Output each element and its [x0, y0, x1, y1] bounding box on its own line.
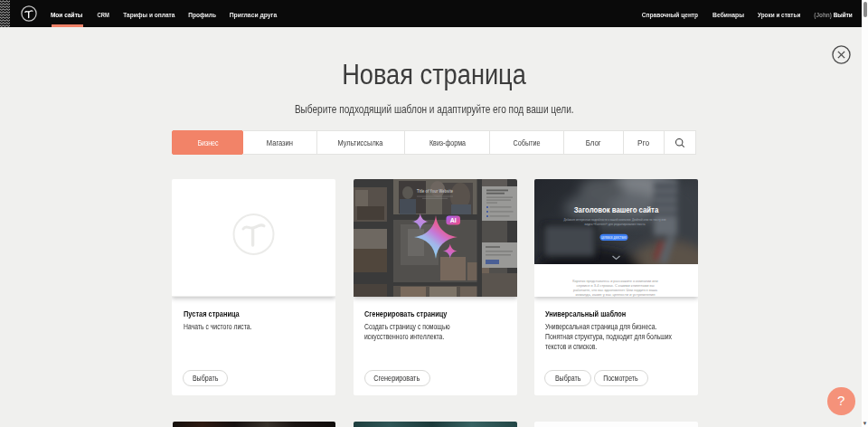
svg-text:Заголовок вашего сайта: Заголовок вашего сайта — [574, 205, 659, 214]
svg-text:команда, какие у ваc ценности: команда, какие у ваc ценности и устремле… — [576, 292, 656, 297]
svg-text:AI: AI — [449, 217, 456, 223]
svg-text:видео «Контент» для редактиров: видео «Контент» для редактирования текст… — [585, 222, 646, 226]
svg-text:ЦЕЛЕВОЕ ДЕЙСТВИЕ: ЦЕЛЕВОЕ ДЕЙСТВИЕ — [601, 236, 627, 240]
svg-text:Title of Your Website: Title of Your Website — [417, 189, 453, 194]
